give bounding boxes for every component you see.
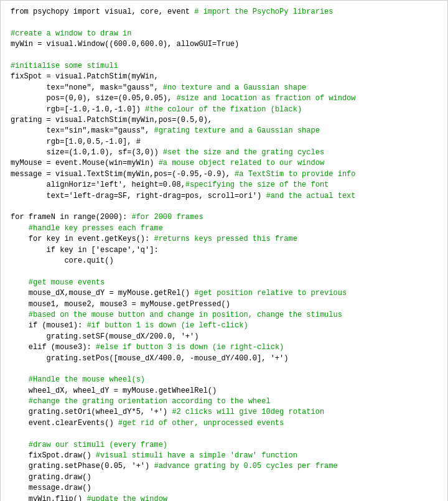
- code-container: from psychopy import visual, core, event…: [0, 0, 448, 501]
- code-block: from psychopy import visual, core, event…: [11, 7, 437, 501]
